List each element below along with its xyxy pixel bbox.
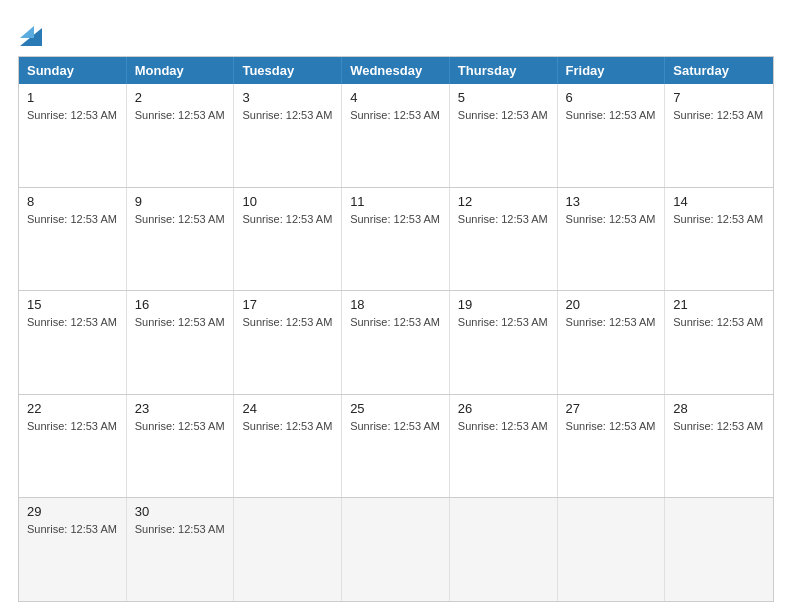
sunrise-time: Sunrise: 12:53 AM xyxy=(27,420,117,432)
day-cell-18: 18Sunrise: 12:53 AM xyxy=(342,291,450,394)
day-number: 10 xyxy=(242,194,333,209)
sunrise-time: Sunrise: 12:53 AM xyxy=(27,523,117,535)
day-number: 25 xyxy=(350,401,441,416)
day-cell-11: 11Sunrise: 12:53 AM xyxy=(342,188,450,291)
sunrise-time: Sunrise: 12:53 AM xyxy=(242,213,332,225)
day-number: 8 xyxy=(27,194,118,209)
day-number: 30 xyxy=(135,504,226,519)
day-cell-23: 23Sunrise: 12:53 AM xyxy=(127,395,235,498)
sunrise-time: Sunrise: 12:53 AM xyxy=(135,420,225,432)
header-day-tuesday: Tuesday xyxy=(234,57,342,84)
page: SundayMondayTuesdayWednesdayThursdayFrid… xyxy=(0,0,792,612)
day-number: 12 xyxy=(458,194,549,209)
day-cell-7: 7Sunrise: 12:53 AM xyxy=(665,84,773,187)
day-number: 28 xyxy=(673,401,765,416)
day-number: 2 xyxy=(135,90,226,105)
empty-cell xyxy=(665,498,773,601)
day-number: 3 xyxy=(242,90,333,105)
day-cell-27: 27Sunrise: 12:53 AM xyxy=(558,395,666,498)
sunrise-time: Sunrise: 12:53 AM xyxy=(242,420,332,432)
day-number: 7 xyxy=(673,90,765,105)
sunrise-time: Sunrise: 12:53 AM xyxy=(135,109,225,121)
day-cell-21: 21Sunrise: 12:53 AM xyxy=(665,291,773,394)
day-cell-13: 13Sunrise: 12:53 AM xyxy=(558,188,666,291)
day-cell-10: 10Sunrise: 12:53 AM xyxy=(234,188,342,291)
day-cell-30: 30Sunrise: 12:53 AM xyxy=(127,498,235,601)
day-cell-26: 26Sunrise: 12:53 AM xyxy=(450,395,558,498)
day-number: 1 xyxy=(27,90,118,105)
sunrise-time: Sunrise: 12:53 AM xyxy=(135,316,225,328)
empty-cell xyxy=(558,498,666,601)
day-cell-12: 12Sunrise: 12:53 AM xyxy=(450,188,558,291)
header-day-thursday: Thursday xyxy=(450,57,558,84)
sunrise-time: Sunrise: 12:53 AM xyxy=(350,316,440,328)
empty-cell xyxy=(342,498,450,601)
day-cell-17: 17Sunrise: 12:53 AM xyxy=(234,291,342,394)
day-number: 13 xyxy=(566,194,657,209)
sunrise-time: Sunrise: 12:53 AM xyxy=(673,213,763,225)
logo-icon xyxy=(20,18,42,46)
header-day-sunday: Sunday xyxy=(19,57,127,84)
day-cell-14: 14Sunrise: 12:53 AM xyxy=(665,188,773,291)
day-cell-15: 15Sunrise: 12:53 AM xyxy=(19,291,127,394)
calendar-body: 1Sunrise: 12:53 AM2Sunrise: 12:53 AM3Sun… xyxy=(19,84,773,601)
sunrise-time: Sunrise: 12:53 AM xyxy=(673,109,763,121)
day-cell-9: 9Sunrise: 12:53 AM xyxy=(127,188,235,291)
empty-cell xyxy=(234,498,342,601)
sunrise-time: Sunrise: 12:53 AM xyxy=(242,316,332,328)
sunrise-time: Sunrise: 12:53 AM xyxy=(673,316,763,328)
day-cell-16: 16Sunrise: 12:53 AM xyxy=(127,291,235,394)
day-number: 5 xyxy=(458,90,549,105)
sunrise-time: Sunrise: 12:53 AM xyxy=(350,420,440,432)
day-cell-3: 3Sunrise: 12:53 AM xyxy=(234,84,342,187)
sunrise-time: Sunrise: 12:53 AM xyxy=(27,213,117,225)
day-number: 22 xyxy=(27,401,118,416)
sunrise-time: Sunrise: 12:53 AM xyxy=(566,316,656,328)
sunrise-time: Sunrise: 12:53 AM xyxy=(27,316,117,328)
day-cell-2: 2Sunrise: 12:53 AM xyxy=(127,84,235,187)
day-number: 9 xyxy=(135,194,226,209)
day-number: 17 xyxy=(242,297,333,312)
header xyxy=(18,18,774,46)
svg-marker-1 xyxy=(20,26,34,38)
day-number: 19 xyxy=(458,297,549,312)
day-number: 21 xyxy=(673,297,765,312)
day-number: 6 xyxy=(566,90,657,105)
day-number: 16 xyxy=(135,297,226,312)
day-number: 26 xyxy=(458,401,549,416)
day-cell-29: 29Sunrise: 12:53 AM xyxy=(19,498,127,601)
sunrise-time: Sunrise: 12:53 AM xyxy=(458,316,548,328)
calendar-row-3: 15Sunrise: 12:53 AM16Sunrise: 12:53 AM17… xyxy=(19,290,773,394)
header-day-wednesday: Wednesday xyxy=(342,57,450,84)
logo xyxy=(18,18,42,46)
sunrise-time: Sunrise: 12:53 AM xyxy=(135,213,225,225)
sunrise-time: Sunrise: 12:53 AM xyxy=(458,109,548,121)
day-cell-8: 8Sunrise: 12:53 AM xyxy=(19,188,127,291)
sunrise-time: Sunrise: 12:53 AM xyxy=(27,109,117,121)
sunrise-time: Sunrise: 12:53 AM xyxy=(350,213,440,225)
calendar: SundayMondayTuesdayWednesdayThursdayFrid… xyxy=(18,56,774,602)
day-number: 18 xyxy=(350,297,441,312)
header-day-saturday: Saturday xyxy=(665,57,773,84)
day-cell-24: 24Sunrise: 12:53 AM xyxy=(234,395,342,498)
day-number: 15 xyxy=(27,297,118,312)
day-number: 24 xyxy=(242,401,333,416)
day-cell-25: 25Sunrise: 12:53 AM xyxy=(342,395,450,498)
calendar-row-2: 8Sunrise: 12:53 AM9Sunrise: 12:53 AM10Su… xyxy=(19,187,773,291)
day-cell-20: 20Sunrise: 12:53 AM xyxy=(558,291,666,394)
day-cell-22: 22Sunrise: 12:53 AM xyxy=(19,395,127,498)
day-cell-19: 19Sunrise: 12:53 AM xyxy=(450,291,558,394)
calendar-row-4: 22Sunrise: 12:53 AM23Sunrise: 12:53 AM24… xyxy=(19,394,773,498)
sunrise-time: Sunrise: 12:53 AM xyxy=(458,213,548,225)
day-number: 14 xyxy=(673,194,765,209)
day-number: 29 xyxy=(27,504,118,519)
header-day-monday: Monday xyxy=(127,57,235,84)
sunrise-time: Sunrise: 12:53 AM xyxy=(566,109,656,121)
day-number: 11 xyxy=(350,194,441,209)
empty-cell xyxy=(450,498,558,601)
day-number: 4 xyxy=(350,90,441,105)
sunrise-time: Sunrise: 12:53 AM xyxy=(135,523,225,535)
day-cell-5: 5Sunrise: 12:53 AM xyxy=(450,84,558,187)
calendar-header: SundayMondayTuesdayWednesdayThursdayFrid… xyxy=(19,57,773,84)
header-day-friday: Friday xyxy=(558,57,666,84)
